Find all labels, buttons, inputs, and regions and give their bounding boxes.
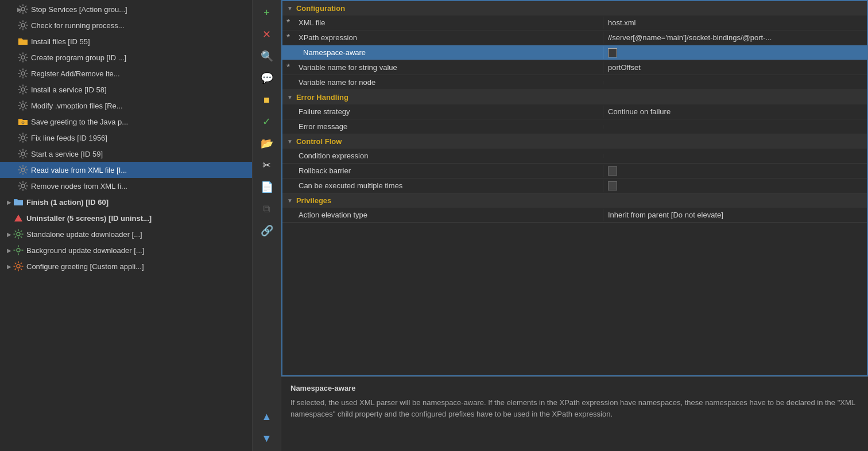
svg-point-12: [21, 184, 25, 188]
required-indicator: *: [282, 18, 294, 28]
field-value[interactable]: [603, 165, 867, 177]
tree-item-5[interactable]: Register Add/Remove ite...: [0, 65, 252, 81]
tree-item-9[interactable]: Fix line feeds [ID 1956]: [0, 130, 252, 146]
check-button[interactable]: ✓: [257, 111, 277, 132]
tree-item-10[interactable]: Start a service [ID 59]: [0, 146, 252, 162]
tree-item-1[interactable]: ▶Stop Services [Action grou...]: [0, 1, 252, 17]
config-row-can-be-executed-multiple-times[interactable]: Can be executed multiple times: [282, 178, 867, 193]
tree-arrow-17: ▶: [5, 263, 13, 270]
section-toggle-error_handling: ▼: [287, 94, 293, 100]
section-label-configuration: Configuration: [296, 4, 345, 13]
section-header-configuration[interactable]: ▼Configuration: [282, 1, 867, 15]
tree-label-6: Install a service [ID 58]: [31, 85, 250, 94]
config-row-rollback-barrier[interactable]: Rollback barrier: [282, 164, 867, 178]
checkbox[interactable]: [608, 166, 617, 176]
field-label: XML file: [294, 17, 603, 29]
tree-label-17: Configure greeting [Custom appli...]: [26, 262, 250, 271]
checkbox[interactable]: [608, 181, 617, 190]
folder-button[interactable]: 📂: [257, 133, 277, 154]
section-toggle-privileges: ▼: [287, 197, 293, 204]
checkbox[interactable]: [608, 48, 617, 57]
description-title: Namespace-aware: [290, 384, 859, 392]
tree-item-6[interactable]: Install a service [ID 58]: [0, 81, 252, 98]
svg-point-16: [17, 248, 20, 252]
left-panel: ▶Stop Services [Action grou...]Check for…: [0, 0, 253, 451]
config-row-namespace-aware[interactable]: Namespace-aware: [282, 45, 867, 60]
tree-item-8[interactable]: Save greeting to the Java p...: [0, 114, 252, 130]
svg-point-17: [17, 265, 20, 268]
required-indicator: *: [282, 33, 294, 43]
field-label: Namespace-aware: [294, 46, 603, 59]
field-value[interactable]: [603, 180, 867, 192]
link-button[interactable]: 🔗: [257, 220, 277, 241]
svg-point-4: [21, 72, 25, 75]
tree-icon-16: [13, 244, 24, 256]
field-value: host.xml: [603, 17, 867, 29]
remove-button[interactable]: ✕: [257, 24, 277, 45]
tree-icon-6: [17, 84, 29, 95]
required-indicator: *: [282, 63, 294, 73]
config-row-condition-expression[interactable]: Condition expression: [282, 149, 867, 164]
down-button[interactable]: ▼: [257, 428, 277, 449]
tree-item-13[interactable]: ▶Finish (1 action) [ID 60]: [0, 194, 252, 210]
up-button[interactable]: ▲: [257, 406, 277, 427]
add-button[interactable]: +: [257, 2, 277, 23]
config-row-xml-file[interactable]: *XML filehost.xml: [282, 15, 867, 30]
svg-rect-7: [18, 120, 28, 125]
tree-item-3[interactable]: Install files [ID 55]: [0, 33, 252, 49]
field-label: Rollback barrier: [294, 165, 603, 177]
tree-item-14[interactable]: Uninstaller (5 screens) [ID uninst...]: [0, 210, 252, 226]
section-label-privileges: Privileges: [296, 196, 331, 205]
tree-icon-7: [17, 100, 29, 111]
config-row-error-message[interactable]: Error message: [282, 119, 867, 134]
tree-item-11[interactable]: Read value from XML file [I...: [0, 162, 252, 178]
tree-item-15[interactable]: ▶Standalone update downloader [...]: [0, 226, 252, 242]
field-value: portOffset: [603, 61, 867, 73]
tree-item-16[interactable]: ▶Background update downloader [...]: [0, 242, 252, 258]
field-label: Condition expression: [294, 150, 603, 162]
new-file-button[interactable]: 📄: [257, 177, 277, 197]
tree-icon-13: [13, 196, 24, 208]
tree-label-3: Install files [ID 55]: [31, 37, 250, 46]
tree-label-10: Start a service [ID 59]: [31, 150, 250, 158]
config-row-action-elevation-type[interactable]: Action elevation typeInherit from parent…: [282, 208, 867, 223]
section-header-error_handling[interactable]: ▼Error Handling: [282, 90, 867, 104]
tree-item-7[interactable]: Modify .vmoption files [Re...: [0, 98, 252, 114]
tree-icon-2: [17, 20, 29, 31]
config-row-xpath-expression[interactable]: *XPath expression//server[@name='main']/…: [282, 30, 867, 45]
svg-point-3: [21, 56, 25, 59]
search-button[interactable]: 🔍: [257, 46, 277, 67]
description-panel: Namespace-aware If selected, the used XM…: [281, 376, 868, 451]
block-button[interactable]: ■: [257, 90, 277, 110]
field-value: Inherit from parent [Do not elevate]: [603, 209, 867, 221]
cut-button[interactable]: ✂: [257, 155, 277, 176]
field-label: Can be executed multiple times: [294, 180, 603, 192]
tree-label-11: Read value from XML file [I...: [31, 166, 250, 174]
field-label: XPath expression: [294, 32, 603, 44]
tree-label-15: Standalone update downloader [...]: [26, 230, 250, 239]
section-header-privileges[interactable]: ▼Privileges: [282, 193, 867, 208]
tree-icon-12: [17, 180, 29, 192]
tree-item-17[interactable]: ▶Configure greeting [Custom appli...]: [0, 258, 252, 274]
description-text: If selected, the used XML parser will be…: [290, 397, 859, 419]
tree-area[interactable]: ▶Stop Services [Action grou...]Check for…: [0, 0, 252, 451]
field-value: [603, 125, 867, 129]
field-value: //server[@name='main']/socket-bindings/@…: [603, 32, 867, 44]
tree-icon-4: [17, 52, 29, 63]
config-row-failure-strategy[interactable]: Failure strategyContinue on failure: [282, 104, 867, 119]
tree-icon-11: [17, 164, 29, 176]
config-row-variable-name-for-string-value[interactable]: *Variable name for string valueportOffse…: [282, 60, 867, 75]
tree-item-4[interactable]: Create program group [ID ...]: [0, 49, 252, 65]
tree-icon-15: [13, 228, 24, 240]
copy-button[interactable]: ⧉: [257, 199, 277, 219]
config-row-variable-name-for-node[interactable]: Variable name for node: [282, 75, 867, 90]
tree-item-2[interactable]: Check for running process...: [0, 17, 252, 33]
svg-point-5: [21, 88, 25, 91]
svg-rect-2: [18, 40, 28, 45]
section-header-control_flow[interactable]: ▼Control Flow: [282, 134, 867, 149]
comment-button[interactable]: 💬: [257, 68, 277, 88]
field-label: Variable name for node: [294, 76, 603, 88]
tree-item-12[interactable]: Remove nodes from XML fi...: [0, 178, 252, 194]
field-value[interactable]: [603, 46, 867, 59]
svg-marker-14: [14, 215, 22, 221]
